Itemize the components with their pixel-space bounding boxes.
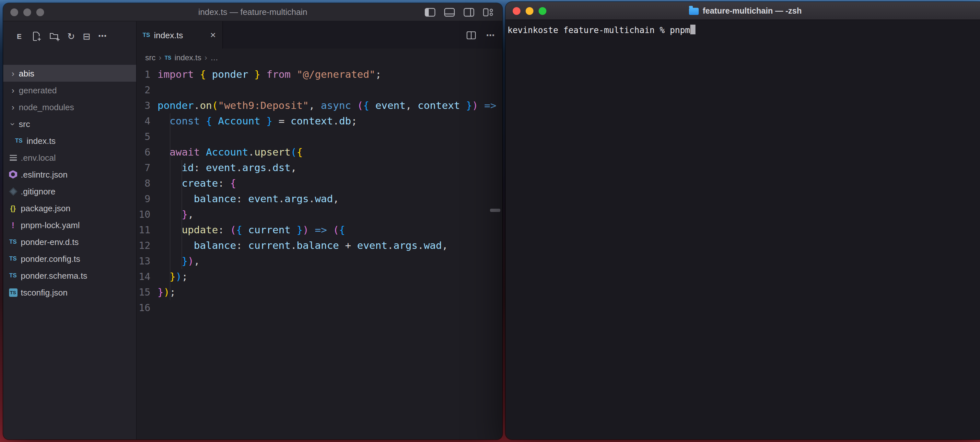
breadcrumb-folder[interactable]: src [145,53,156,62]
ts-file-icon: TS [13,137,25,144]
terminal-body[interactable]: kevinkoste feature-multichain % pnpm [506,20,980,36]
code-line-3[interactable]: 3ponder.on("weth9:Deposit", async ({ eve… [137,98,502,113]
terminal-window-title: feature-multichain — -zsh [506,2,980,20]
tree-item-label: ponder-env.d.ts [21,237,79,246]
code-line-1[interactable]: 1import { ponder } from "@/generated"; [137,67,502,82]
line-number: 7 [137,160,150,176]
tab-label: index.ts [154,30,183,40]
code-line-2[interactable]: 2 [137,82,502,98]
tree-item-label: .gitignore [21,186,56,196]
code-line-10[interactable]: 10 }, [137,207,502,222]
code-line-14[interactable]: 14 }); [137,269,502,285]
split-editor-icon[interactable] [466,30,476,40]
line-number: 3 [137,98,150,113]
env-file-icon [7,154,19,161]
tree-item-eslintrc-json[interactable]: .eslintrc.json [3,166,136,183]
ts-file-icon: TS [7,255,19,262]
terminal-titlebar[interactable]: feature-multichain — -zsh [506,2,980,20]
code-line-5[interactable]: 5 [137,129,502,145]
code-text: ponder.on("weth9:Deposit", async ({ even… [158,98,496,113]
line-number: 6 [137,145,150,160]
refresh-explorer-icon[interactable]: ↻ [67,31,75,41]
tree-item-package-json[interactable]: {}package.json [3,200,136,216]
line-number: 15 [137,285,150,300]
indent-guide [182,160,183,269]
tree-item-tsconfig-json[interactable]: TStsconfig.json [3,284,136,301]
new-folder-icon[interactable] [49,31,60,41]
desktop: index.ts — feature-multichain [0,0,980,442]
braces-file-icon: {} [7,204,19,212]
more-actions-icon[interactable]: ⋯ [98,31,107,41]
typescript-file-icon: TS [143,32,150,38]
breadcrumb-symbol[interactable]: … [210,53,218,62]
code-line-7[interactable]: 7 id: event.args.dst, [137,160,502,176]
tree-item-label: .env.local [21,153,56,162]
line-number: 16 [137,300,150,316]
line-number: 9 [137,191,150,207]
tree-item-pnpm-lock-yaml[interactable]: !pnpm-lock.yaml [3,216,136,233]
close-tab-icon[interactable]: × [210,30,216,40]
code-line-9[interactable]: 9 balance: event.args.wad, [137,191,502,207]
tree-item-ponder-config-ts[interactable]: TSponder.config.ts [3,250,136,267]
line-number: 4 [137,113,150,129]
code-text: }), [158,253,200,269]
eslint-file-icon [7,170,19,178]
toggle-panel-icon[interactable] [444,8,455,17]
terminal-cursor [690,25,695,34]
chevron-icon: › [9,85,17,95]
line-number: 8 [137,176,150,191]
tree-item-label: index.ts [27,136,56,146]
line-number: 14 [137,269,150,285]
code-line-6[interactable]: 6 await Account.upsert({ [137,145,502,160]
toggle-secondary-sidebar-icon[interactable] [463,8,474,17]
tree-item-abis[interactable]: ›abis [3,65,136,82]
tree-item-label: pnpm-lock.yaml [21,220,80,230]
code-line-8[interactable]: 8 create: { [137,176,502,191]
tree-item-generated[interactable]: ›generated [3,82,136,99]
breadcrumb-file[interactable]: index.ts [174,53,201,62]
indent-guide [170,113,170,300]
code-line-11[interactable]: 11 update: ({ current }) => ({ [137,222,502,238]
new-file-icon[interactable] [31,31,41,41]
code-editor[interactable]: 1import { ponder } from "@/generated";23… [137,67,502,439]
line-number: 1 [137,67,150,82]
scrollbar-thumb[interactable] [490,209,500,212]
tree-item-label: src [19,119,30,129]
breadcrumb[interactable]: src › TS index.ts › … [137,49,502,67]
tree-item-index-ts[interactable]: TSindex.ts [3,132,136,149]
tab-index-ts[interactable]: TS index.ts × [137,21,223,49]
excl-file-icon: ! [7,220,19,230]
code-text: }, [158,207,194,222]
vscode-window: index.ts — feature-multichain [3,3,502,439]
tschip-file-icon: TS [7,288,19,296]
line-number: 5 [137,129,150,145]
code-line-15[interactable]: 15}); [137,285,502,300]
vscode-titlebar[interactable]: index.ts — feature-multichain [3,3,502,21]
code-line-4[interactable]: 4 const { Account } = context.db; [137,113,502,129]
code-line-12[interactable]: 12 balance: current.balance + event.args… [137,238,502,253]
tree-item-src[interactable]: ›src [3,115,136,132]
terminal-prompt: kevinkoste feature-multichain % pnpm [508,25,690,35]
tree-item-node-modules[interactable]: ›node_modules [3,99,136,115]
vscode-layout-actions [425,3,494,21]
explorer-title: E [17,32,22,40]
code-text: id: event.args.dst, [158,160,296,176]
tree-item-ponder-env-d-ts[interactable]: TSponder-env.d.ts [3,233,136,250]
tree-item-gitignore[interactable]: .gitignore [3,183,136,200]
code-line-13[interactable]: 13 }), [137,253,502,269]
tree-item-env-local[interactable]: .env.local [3,149,136,166]
tree-item-label: ponder.schema.ts [21,270,87,280]
tree-item-label: ponder.config.ts [21,254,80,264]
line-number: 11 [137,222,150,238]
tree-item-ponder-schema-ts[interactable]: TSponder.schema.ts [3,267,136,284]
collapse-folders-icon[interactable]: ⊟ [83,31,90,41]
tree-item-label: tsconfig.json [21,288,68,297]
code-line-16[interactable]: 16 [137,300,502,316]
tree-item-label: abis [19,68,34,78]
line-number: 13 [137,253,150,269]
customize-layout-icon[interactable] [483,8,494,17]
chevron-right-icon: › [159,53,161,62]
line-number: 2 [137,82,150,98]
toggle-primary-sidebar-icon[interactable] [425,8,436,17]
more-actions-icon[interactable]: ⋯ [486,30,495,40]
